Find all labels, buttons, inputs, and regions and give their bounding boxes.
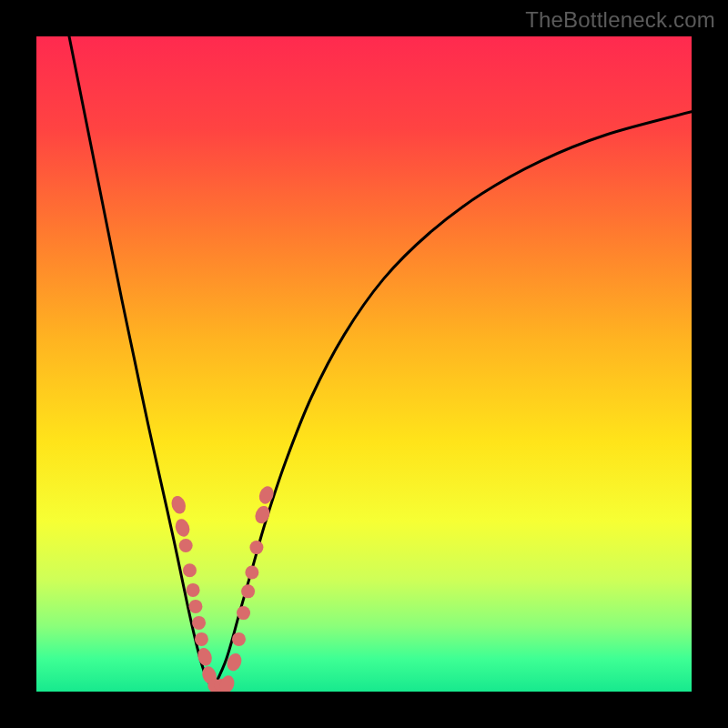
marker-point [173, 517, 191, 539]
marker-point [195, 632, 208, 646]
marker-point [188, 600, 202, 613]
marker-point [183, 563, 197, 577]
curve-layer [36, 36, 692, 692]
plot-area [36, 36, 692, 692]
marker-point [187, 583, 200, 597]
marker-point [169, 494, 187, 516]
marker-point [237, 606, 250, 620]
marker-point [192, 616, 206, 630]
marker-group [169, 484, 276, 692]
marker-point [232, 632, 246, 646]
marker-point [249, 541, 263, 554]
watermark-text: TheBottleneck.com [525, 7, 715, 33]
curve-right-branch [213, 112, 692, 689]
marker-point [245, 565, 258, 579]
marker-point [241, 584, 255, 598]
chart-stage: TheBottleneck.com [0, 0, 728, 728]
marker-point [257, 484, 276, 506]
marker-point [179, 539, 193, 552]
